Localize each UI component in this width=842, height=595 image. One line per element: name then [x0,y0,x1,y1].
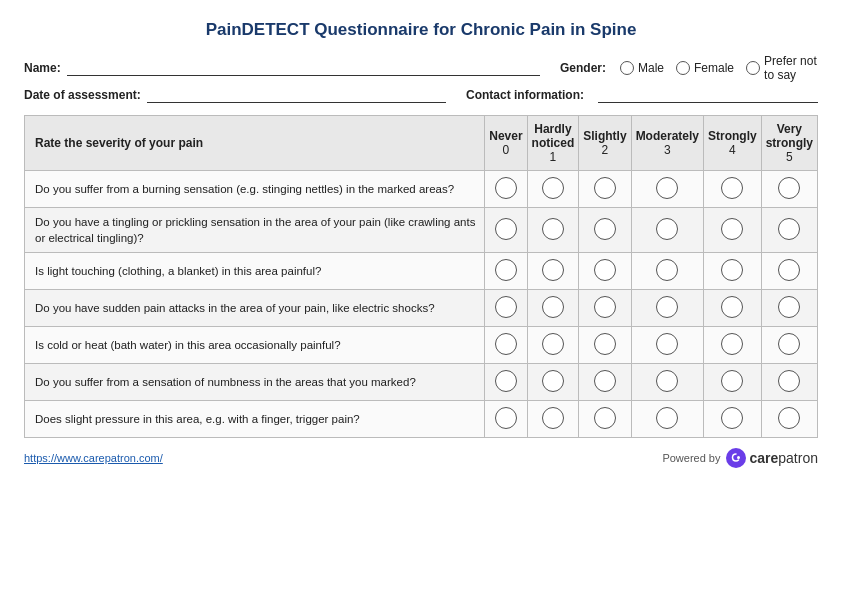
radio-cell-strongly-0[interactable] [703,171,761,208]
radio-btn-strongly-4[interactable] [721,333,743,355]
form-fields: Name: Gender: Male Female Prefer not to … [24,54,818,103]
radio-cell-never-1[interactable] [485,208,527,253]
radio-cell-very-strongly-4[interactable] [761,327,817,364]
radio-btn-strongly-1[interactable] [721,218,743,240]
radio-btn-moderately-5[interactable] [656,370,678,392]
radio-btn-hardly-0[interactable] [542,177,564,199]
radio-cell-hardly-6[interactable] [527,401,579,438]
radio-cell-slightly-1[interactable] [579,208,631,253]
radio-cell-never-2[interactable] [485,253,527,290]
radio-btn-strongly-0[interactable] [721,177,743,199]
gender-female[interactable]: Female [676,61,734,75]
radio-btn-never-1[interactable] [495,218,517,240]
radio-btn-strongly-3[interactable] [721,296,743,318]
radio-cell-very-strongly-0[interactable] [761,171,817,208]
radio-btn-never-2[interactable] [495,259,517,281]
radio-cell-slightly-2[interactable] [579,253,631,290]
radio-cell-slightly-3[interactable] [579,290,631,327]
radio-btn-strongly-5[interactable] [721,370,743,392]
radio-btn-moderately-6[interactable] [656,407,678,429]
radio-btn-hardly-1[interactable] [542,218,564,240]
footer-brand: Powered by carepatron [662,448,818,468]
radio-btn-hardly-5[interactable] [542,370,564,392]
radio-cell-hardly-5[interactable] [527,364,579,401]
radio-btn-moderately-2[interactable] [656,259,678,281]
radio-cell-moderately-5[interactable] [631,364,703,401]
radio-cell-hardly-0[interactable] [527,171,579,208]
radio-btn-very-strongly-1[interactable] [778,218,800,240]
radio-cell-never-3[interactable] [485,290,527,327]
radio-cell-very-strongly-5[interactable] [761,364,817,401]
radio-cell-slightly-5[interactable] [579,364,631,401]
radio-btn-never-5[interactable] [495,370,517,392]
radio-btn-hardly-4[interactable] [542,333,564,355]
radio-btn-never-4[interactable] [495,333,517,355]
radio-btn-hardly-6[interactable] [542,407,564,429]
radio-btn-very-strongly-3[interactable] [778,296,800,318]
radio-btn-hardly-3[interactable] [542,296,564,318]
gender-prefer-not[interactable]: Prefer not to say [746,54,818,82]
radio-btn-slightly-2[interactable] [594,259,616,281]
radio-cell-strongly-4[interactable] [703,327,761,364]
radio-btn-very-strongly-0[interactable] [778,177,800,199]
radio-btn-never-0[interactable] [495,177,517,199]
radio-btn-moderately-1[interactable] [656,218,678,240]
name-input[interactable] [67,60,540,76]
radio-male[interactable] [620,61,634,75]
radio-btn-strongly-6[interactable] [721,407,743,429]
date-input[interactable] [147,87,446,103]
radio-btn-never-6[interactable] [495,407,517,429]
radio-cell-hardly-2[interactable] [527,253,579,290]
radio-cell-slightly-0[interactable] [579,171,631,208]
questionnaire-table: Rate the severity of your pain Never0 Ha… [24,115,818,438]
radio-btn-very-strongly-5[interactable] [778,370,800,392]
radio-cell-never-4[interactable] [485,327,527,364]
col-header-strongly: Strongly4 [703,116,761,171]
contact-input[interactable] [598,87,818,103]
radio-cell-very-strongly-6[interactable] [761,401,817,438]
radio-cell-slightly-6[interactable] [579,401,631,438]
radio-btn-slightly-4[interactable] [594,333,616,355]
radio-cell-moderately-6[interactable] [631,401,703,438]
radio-cell-strongly-1[interactable] [703,208,761,253]
radio-btn-very-strongly-2[interactable] [778,259,800,281]
radio-btn-slightly-0[interactable] [594,177,616,199]
radio-btn-very-strongly-6[interactable] [778,407,800,429]
radio-cell-very-strongly-3[interactable] [761,290,817,327]
radio-cell-never-5[interactable] [485,364,527,401]
brand-logo: carepatron [726,448,818,468]
radio-cell-very-strongly-2[interactable] [761,253,817,290]
radio-cell-never-6[interactable] [485,401,527,438]
svg-point-0 [737,456,740,459]
radio-cell-never-0[interactable] [485,171,527,208]
radio-cell-slightly-4[interactable] [579,327,631,364]
radio-cell-very-strongly-1[interactable] [761,208,817,253]
gender-male[interactable]: Male [620,61,664,75]
radio-cell-moderately-2[interactable] [631,253,703,290]
radio-cell-moderately-0[interactable] [631,171,703,208]
radio-btn-hardly-2[interactable] [542,259,564,281]
radio-btn-strongly-2[interactable] [721,259,743,281]
radio-cell-hardly-3[interactable] [527,290,579,327]
radio-btn-slightly-1[interactable] [594,218,616,240]
radio-btn-moderately-3[interactable] [656,296,678,318]
radio-btn-slightly-6[interactable] [594,407,616,429]
radio-cell-strongly-2[interactable] [703,253,761,290]
radio-btn-moderately-0[interactable] [656,177,678,199]
radio-cell-moderately-4[interactable] [631,327,703,364]
radio-btn-very-strongly-4[interactable] [778,333,800,355]
radio-female[interactable] [676,61,690,75]
radio-prefer-not[interactable] [746,61,760,75]
radio-cell-strongly-3[interactable] [703,290,761,327]
radio-cell-hardly-4[interactable] [527,327,579,364]
radio-btn-never-3[interactable] [495,296,517,318]
radio-cell-strongly-6[interactable] [703,401,761,438]
radio-cell-strongly-5[interactable] [703,364,761,401]
radio-cell-hardly-1[interactable] [527,208,579,253]
footer-link[interactable]: https://www.carepatron.com/ [24,452,163,464]
radio-btn-slightly-3[interactable] [594,296,616,318]
radio-cell-moderately-1[interactable] [631,208,703,253]
radio-btn-moderately-4[interactable] [656,333,678,355]
radio-cell-moderately-3[interactable] [631,290,703,327]
radio-btn-slightly-5[interactable] [594,370,616,392]
